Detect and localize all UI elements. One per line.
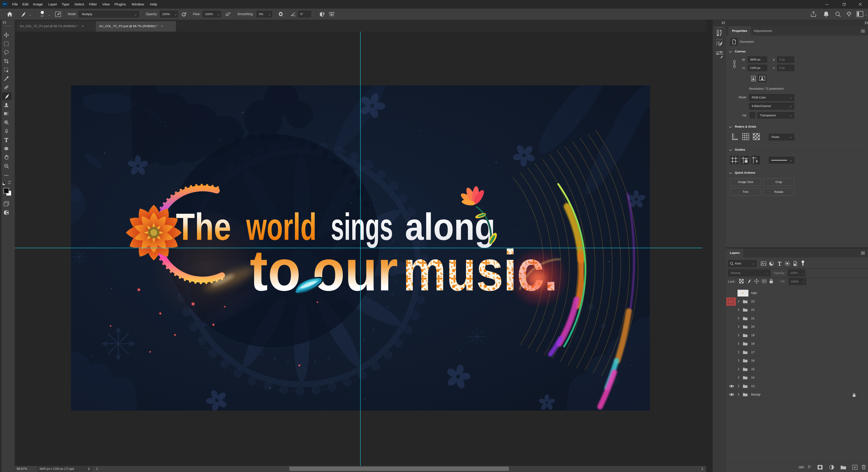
svg-text:The: The	[176, 205, 231, 248]
